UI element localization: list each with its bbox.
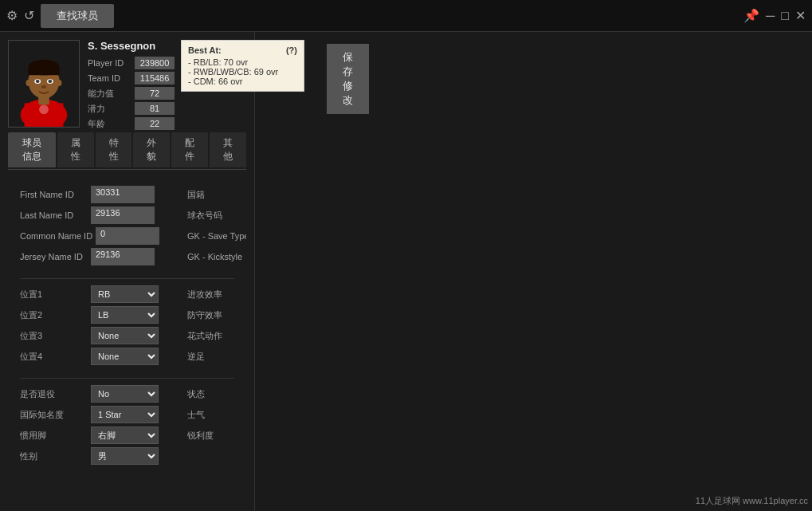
section-row-2: 位置1 RB 位置2 LB 位置3 None (20, 285, 234, 368)
tab-traits[interactable]: 特性 (96, 132, 132, 167)
window-controls: 📌 ─ □ ✕ (743, 8, 806, 23)
gender-label: 性别 (20, 450, 88, 462)
gk-save-row: GK - Save Type 0 (187, 227, 246, 245)
foot-row: 惯用脚 右脚 (20, 426, 179, 444)
col-name-ids: First Name ID 30331 Last Name ID 29136 C… (20, 186, 179, 269)
svg-point-9 (36, 80, 40, 83)
tab-attributes[interactable]: 属性 (57, 132, 94, 167)
potential-row: 潜力 81 (88, 102, 175, 115)
best-at-box: Best At: (?) - RB/LB: 70 ovr - RWB/LWB/C… (181, 40, 304, 92)
svg-rect-6 (28, 67, 59, 75)
status-row: 状态 良好 (187, 385, 246, 403)
skillmove-label: 花式动作 (187, 330, 246, 342)
player-id-value: 239800 (135, 57, 175, 69)
divider-1 (20, 278, 234, 279)
ability-label: 能力值 (88, 88, 131, 100)
svg-point-11 (41, 85, 46, 88)
watermark: 11人足球网 www.11player.cc (696, 495, 808, 507)
tab-appearance[interactable]: 外貌 (133, 132, 170, 167)
pin-icon[interactable]: 📌 (743, 8, 759, 23)
first-name-id-label: First Name ID (20, 190, 88, 199)
gk-kick-label: GK - Kickstyle (187, 252, 246, 261)
last-name-id-value: 29136 (91, 206, 155, 224)
player-avatar (8, 40, 80, 128)
divider-2 (20, 378, 234, 379)
minimize-icon[interactable]: ─ (766, 9, 775, 23)
player-panel: S. Sessegnon Player ID 239800 Team ID 11… (0, 32, 255, 511)
tab-accessories[interactable]: 配件 (171, 132, 208, 167)
common-name-id-label: Common Name ID (20, 231, 92, 241)
common-name-id-value: 0 (96, 227, 159, 245)
weakfoot-row: 逆足 4 Stars (187, 348, 246, 365)
maximize-icon[interactable]: □ (781, 9, 789, 23)
ability-value: 72 (135, 87, 175, 100)
best-at-line2: - RWB/LWB/CB: 69 ovr (188, 67, 297, 77)
intfame-row: 国际知名度 1 Star (20, 406, 179, 423)
gk-save-label: GK - Save Type (187, 231, 246, 241)
search-player-button[interactable]: 查找球员 (41, 4, 114, 28)
best-at-line3: - CDM: 66 ovr (188, 77, 297, 86)
close-icon[interactable]: ✕ (795, 8, 806, 23)
jersey-num-row: 球衣号码 25 (187, 206, 246, 224)
pos4-row: 位置4 None (20, 348, 179, 365)
defense-row: 防守效率 High (187, 306, 246, 324)
best-at-title: Best At: (188, 45, 222, 55)
foot-label: 惯用脚 (20, 430, 88, 442)
pos1-select[interactable]: RB (91, 285, 159, 303)
nationality-row: 国籍 England (187, 186, 246, 203)
team-id-label: Team ID (88, 73, 131, 83)
team-id-row: Team ID 115486 (88, 72, 175, 85)
svg-point-14 (39, 104, 49, 114)
gender-select[interactable]: 男 (91, 447, 159, 465)
retired-select[interactable]: No (91, 385, 159, 403)
svg-point-13 (57, 80, 62, 86)
col-personal: 是否退役 No 国际知名度 1 Star 惯用脚 (20, 385, 179, 468)
title-bar: ⚙ ↺ 查找球员 📌 ─ □ ✕ (0, 0, 812, 32)
jersey-name-id-value: 29136 (91, 248, 155, 265)
jersey-name-id-label: Jersey Name ID (20, 252, 88, 261)
player-name: S. Sessegnon (88, 40, 175, 52)
tab-player-info[interactable]: 球员信息 (8, 132, 56, 167)
jersey-name-id-row: Jersey Name ID 29136 (20, 248, 179, 265)
morale-row: 士气 十分高昂 (187, 406, 246, 423)
pos3-label: 位置3 (20, 330, 88, 342)
pos2-label: 位置2 (20, 309, 88, 321)
col-positions: 位置1 RB 位置2 LB 位置3 None (20, 285, 179, 368)
nationality-label: 国籍 (187, 189, 246, 201)
sharpness-row: 锐利度 60 (187, 426, 246, 444)
age-row: 年龄 22 (88, 117, 175, 130)
tab-other[interactable]: 其他 (210, 132, 246, 167)
tool-icon-2[interactable]: ↺ (24, 8, 34, 23)
potential-label: 潜力 (88, 103, 131, 115)
tool-icon-1[interactable]: ⚙ (6, 8, 18, 23)
svg-point-10 (48, 80, 52, 83)
col-nationality: 国籍 England 球衣号码 25 GK - Save Type 0 (187, 186, 246, 269)
pos3-select[interactable]: None (91, 327, 159, 344)
common-name-id-row: Common Name ID 0 (20, 227, 179, 245)
last-name-id-label: Last Name ID (20, 210, 88, 220)
intfame-label: 国际知名度 (20, 409, 88, 421)
pos1-row: 位置1 RB (20, 285, 179, 303)
best-at-question[interactable]: (?) (286, 45, 297, 55)
foot-select[interactable]: 右脚 (91, 426, 159, 444)
retired-label: 是否退役 (20, 388, 88, 400)
pos2-select[interactable]: LB (91, 306, 159, 324)
first-name-id-value: 30331 (91, 186, 155, 203)
best-at-line1: - RB/LB: 70 ovr (188, 57, 297, 67)
potential-value: 81 (135, 102, 175, 115)
last-name-id-row: Last Name ID 29136 (20, 206, 179, 224)
main-container: S. Sessegnon Player ID 239800 Team ID 11… (0, 32, 812, 511)
weakfoot-label: 逆足 (187, 351, 246, 363)
ability-row: 能力值 72 (88, 87, 175, 100)
status-label: 状态 (187, 388, 246, 400)
tabs: 球员信息 属性 特性 外貌 配件 其他 (8, 132, 246, 170)
morale-label: 士气 (187, 409, 246, 421)
player-header: S. Sessegnon Player ID 239800 Team ID 11… (8, 40, 246, 132)
save-button[interactable]: 保存修改 (327, 44, 369, 114)
defense-label: 防守效率 (187, 309, 246, 321)
pos4-select[interactable]: None (91, 348, 159, 365)
gk-kick-row: GK - Kickstyle 0 (187, 248, 246, 265)
age-label: 年龄 (88, 118, 131, 130)
intfame-select[interactable]: 1 Star (91, 406, 159, 423)
pos1-label: 位置1 (20, 289, 88, 301)
